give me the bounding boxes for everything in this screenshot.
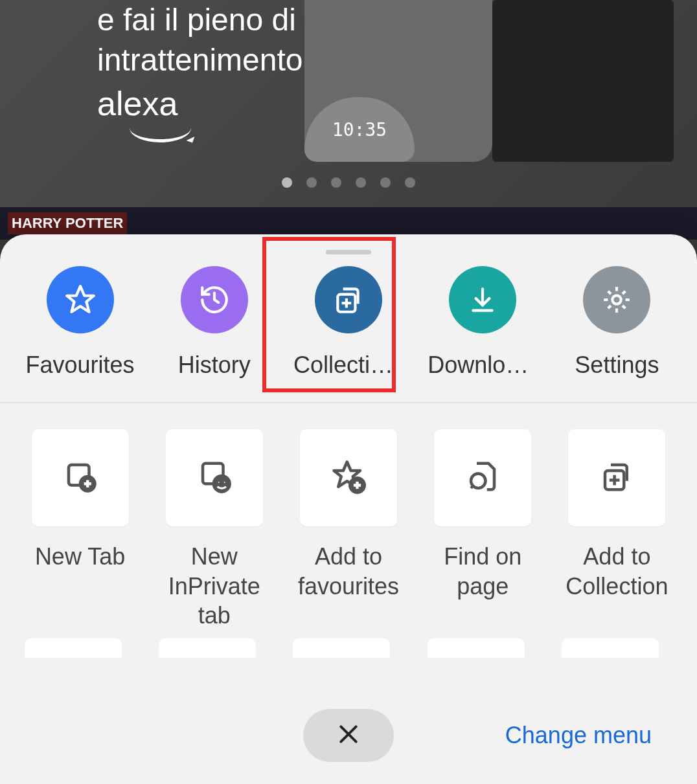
action-label: Add to Collection: [562, 542, 672, 601]
browser-menu-sheet: Favourites History Collectio… Downloa… S: [0, 234, 697, 784]
action-label: Add to favourites: [293, 542, 404, 601]
menu-item-history[interactable]: History: [147, 266, 281, 379]
menu-item-label: History: [178, 352, 251, 379]
collections-icon: [315, 266, 382, 333]
download-icon: [449, 266, 516, 333]
menu-item-settings[interactable]: Settings: [550, 266, 684, 379]
svg-point-13: [216, 480, 220, 484]
inprivate-tab-icon: [197, 459, 232, 497]
action-tile-peek[interactable]: [293, 638, 390, 658]
svg-point-6: [613, 295, 621, 304]
new-tab-icon: [63, 459, 98, 497]
svg-marker-0: [67, 286, 94, 312]
background-banner: 10:35 e fai il pieno di intrattenimento …: [0, 0, 697, 233]
action-new-inprivate-tab[interactable]: New InPrivate tab: [159, 429, 269, 631]
history-icon: [181, 266, 248, 333]
echo-show-silhouette: [492, 0, 674, 162]
menu-item-favourites[interactable]: Favourites: [13, 266, 147, 379]
sheet-drag-handle[interactable]: [326, 250, 371, 254]
menu-item-label: Downloa…: [428, 352, 538, 379]
action-tile-peek[interactable]: [428, 638, 525, 658]
menu-actions-grid: New Tab New InPrivate tab Add to favouri…: [0, 429, 697, 631]
action-tile-peek[interactable]: [562, 638, 659, 658]
device-clock: 10:35: [332, 119, 387, 140]
menu-item-label: Settings: [575, 352, 659, 379]
close-icon: [336, 721, 361, 750]
amazon-smile-icon: [130, 124, 191, 142]
svg-point-14: [222, 480, 226, 484]
carousel-dots[interactable]: [282, 177, 415, 188]
change-menu-link[interactable]: Change menu: [505, 722, 652, 749]
find-page-icon: [465, 459, 500, 497]
action-tile-peek[interactable]: [25, 638, 122, 658]
star-plus-icon: [331, 459, 366, 497]
action-new-tab[interactable]: New Tab: [25, 429, 135, 631]
gear-icon: [583, 266, 650, 333]
action-add-to-favourites[interactable]: Add to favourites: [293, 429, 404, 631]
action-add-to-collection[interactable]: Add to Collection: [562, 429, 672, 631]
banner-headline: e fai il pieno di intrattenimento: [97, 0, 303, 81]
harry-potter-tile: HARRY POTTER: [8, 212, 127, 234]
close-button[interactable]: [303, 709, 394, 762]
action-label: New InPrivate tab: [159, 542, 269, 631]
action-tile-peek[interactable]: [159, 638, 256, 658]
svg-line-20: [471, 486, 474, 489]
menu-item-label: Collectio…: [293, 352, 404, 379]
menu-item-label: Favourites: [26, 352, 135, 379]
next-actions-row-peek: [0, 638, 697, 658]
menu-item-collections[interactable]: Collectio…: [281, 266, 415, 379]
star-icon: [47, 266, 114, 333]
alexa-logo-text: alexa: [97, 84, 177, 123]
menu-top-row: Favourites History Collectio… Downloa… S: [0, 266, 697, 403]
action-find-on-page[interactable]: Find on page: [428, 429, 538, 631]
menu-item-downloads[interactable]: Downloa…: [416, 266, 550, 379]
collections-plus-icon: [599, 459, 634, 497]
sheet-footer: Change menu: [0, 687, 697, 784]
action-label: Find on page: [428, 542, 538, 601]
action-label: New Tab: [35, 542, 125, 572]
